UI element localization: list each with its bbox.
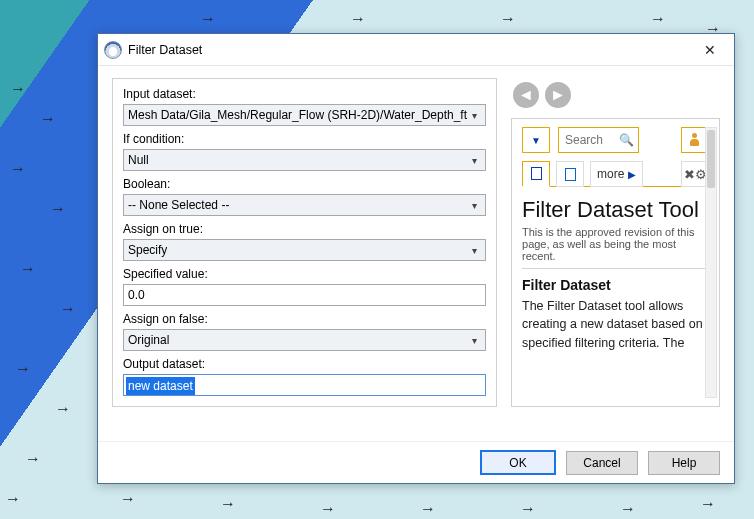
- filter-dataset-dialog: Filter Dataset ✕ Input dataset: Mesh Dat…: [97, 33, 735, 484]
- app-icon: [104, 41, 122, 59]
- if-condition-value: Null: [128, 153, 149, 167]
- tools-icon: ✖⚙: [684, 167, 707, 182]
- chevron-down-icon: ▾: [467, 108, 481, 122]
- scrollbar[interactable]: [705, 127, 717, 398]
- chevron-down-icon: ▾: [467, 333, 481, 347]
- label-if-condition: If condition:: [123, 132, 486, 146]
- titlebar: Filter Dataset ✕: [98, 34, 734, 66]
- assign-false-select[interactable]: Original ▾: [123, 329, 486, 351]
- help-button[interactable]: Help: [648, 451, 720, 475]
- help-body-text: The Filter Dataset tool allows creating …: [522, 297, 709, 351]
- tab-page-alt[interactable]: [556, 161, 584, 187]
- chevron-down-icon: ▾: [467, 198, 481, 212]
- nav-forward-button[interactable]: ►: [545, 82, 571, 108]
- output-dataset-input[interactable]: new dataset: [123, 374, 486, 396]
- dropdown-button[interactable]: ▼: [522, 127, 550, 153]
- divider: [522, 268, 709, 269]
- input-dataset-value: Mesh Data/Gila_Mesh/Regular_Flow (SRH-2D…: [128, 108, 467, 122]
- form-panel: Input dataset: Mesh Data/Gila_Mesh/Regul…: [112, 78, 497, 407]
- search-icon: 🔍: [619, 133, 634, 147]
- cancel-button[interactable]: Cancel: [566, 451, 638, 475]
- specified-value-field[interactable]: [128, 286, 481, 304]
- label-output-dataset: Output dataset:: [123, 357, 486, 371]
- scrollbar-thumb[interactable]: [707, 130, 715, 188]
- assign-false-value: Original: [128, 333, 169, 347]
- ok-button[interactable]: OK: [480, 450, 556, 475]
- assign-true-select[interactable]: Specify ▾: [123, 239, 486, 261]
- label-specified-value: Specified value:: [123, 267, 486, 281]
- specified-value-input[interactable]: [123, 284, 486, 306]
- help-title: Filter Dataset Tool: [522, 197, 709, 222]
- label-input-dataset: Input dataset:: [123, 87, 486, 101]
- more-label: more: [597, 167, 624, 181]
- boolean-select[interactable]: -- None Selected -- ▾: [123, 194, 486, 216]
- person-icon: [689, 133, 701, 147]
- close-button[interactable]: ✕: [694, 39, 726, 61]
- page-icon: [565, 168, 576, 181]
- search-box[interactable]: 🔍: [558, 127, 639, 153]
- chevron-down-icon: ▾: [467, 243, 481, 257]
- page-icon: [531, 167, 542, 180]
- label-assign-true: Assign on true:: [123, 222, 486, 236]
- triangle-right-icon: ▶: [628, 169, 636, 180]
- label-boolean: Boolean:: [123, 177, 486, 191]
- help-section-heading: Filter Dataset: [522, 277, 709, 293]
- assign-true-value: Specify: [128, 243, 167, 257]
- nav-back-button[interactable]: ◄: [513, 82, 539, 108]
- tab-page[interactable]: [522, 161, 550, 187]
- window-title: Filter Dataset: [128, 43, 202, 57]
- tab-more[interactable]: more ▶: [590, 161, 643, 187]
- boolean-value: -- None Selected --: [128, 198, 229, 212]
- label-assign-false: Assign on false:: [123, 312, 486, 326]
- help-panel: ▼ 🔍 more ▶ ✖⚙: [511, 118, 720, 407]
- if-condition-select[interactable]: Null ▾: [123, 149, 486, 171]
- arrow-right-icon: ►: [550, 86, 566, 104]
- input-dataset-select[interactable]: Mesh Data/Gila_Mesh/Regular_Flow (SRH-2D…: [123, 104, 486, 126]
- output-dataset-value: new dataset: [126, 377, 195, 395]
- help-revision-note: This is the approved revision of this pa…: [522, 226, 709, 262]
- arrow-left-icon: ◄: [518, 86, 534, 104]
- search-input[interactable]: [563, 129, 619, 151]
- dialog-footer: OK Cancel Help: [98, 441, 734, 483]
- triangle-down-icon: ▼: [531, 135, 541, 146]
- chevron-down-icon: ▾: [467, 153, 481, 167]
